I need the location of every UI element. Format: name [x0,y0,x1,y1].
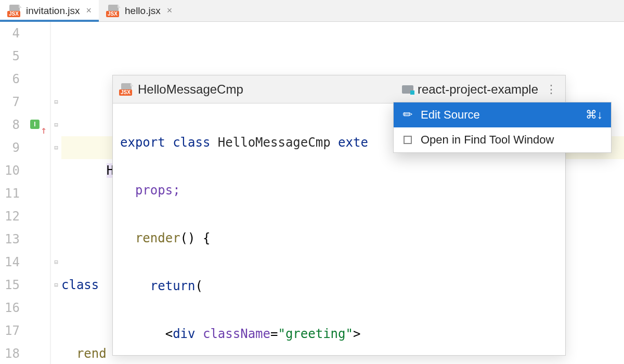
editor-tab-bar: JSX invitation.jsx × JSX hello.jsx × [0,0,624,22]
more-options-icon[interactable]: ⋮ [545,83,558,96]
menu-item-shortcut: ⌘↓ [586,108,603,122]
tab-hello[interactable]: JSX hello.jsx × [99,0,179,21]
fold-gutter: ⊟ ⊟ ⊟ ⊟ ⊟ [51,22,61,364]
tab-label: hello.jsx [125,5,161,17]
fold-toggle-icon[interactable]: ⊟ [51,113,61,136]
close-icon[interactable]: × [86,5,92,16]
window-icon [402,136,413,144]
close-icon[interactable]: × [167,5,173,16]
fold-toggle-icon[interactable]: ⊟ [51,90,61,113]
implements-gutter-icon[interactable]: I [30,120,40,129]
jsx-file-icon: JSX [119,83,134,96]
tab-label: invitation.jsx [26,5,80,17]
pencil-icon: ✎ [399,106,417,124]
fold-end-icon[interactable]: ⊟ [51,251,61,274]
popup-header: JSX HelloMessageCmp react-project-exampl… [113,75,565,103]
menu-item-label: Edit Source [421,108,480,122]
popup-title: HelloMessageCmp [138,82,243,97]
context-menu: ✎ Edit Source ⌘↓ Open in Find Tool Windo… [393,102,612,153]
jsx-file-icon: JSX [106,5,121,17]
menu-item-label: Open in Find Tool Window [421,133,554,147]
override-arrow-icon[interactable]: ↑ [41,119,47,141]
popup-project: react-project-example [402,82,538,97]
folder-icon [402,85,413,94]
line-number-gutter: 4 5 6 7 8 9 10 11 12 13 14 15 16 17 18 [0,22,23,364]
fold-toggle-icon[interactable]: ⊟ [51,136,61,159]
jsx-file-icon: JSX [7,5,22,17]
gutter-icons: I ↑ [23,22,50,364]
tab-invitation[interactable]: JSX invitation.jsx × [0,0,99,21]
fold-end-icon[interactable]: ⊟ [51,274,61,296]
menu-item-open-find-tool[interactable]: Open in Find Tool Window [394,127,611,152]
menu-item-edit-source[interactable]: ✎ Edit Source ⌘↓ [394,102,611,127]
